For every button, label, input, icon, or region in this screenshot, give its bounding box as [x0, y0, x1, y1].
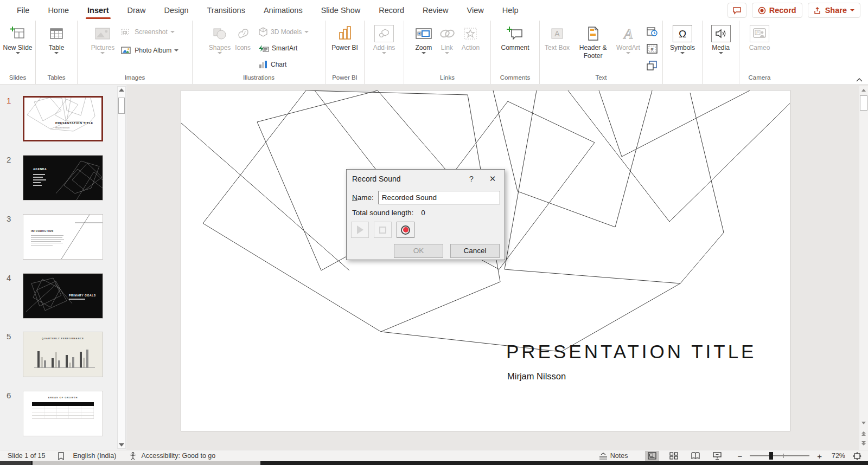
add-ins-button[interactable]: Add-ins [372, 23, 397, 55]
3d-models-button[interactable]: 3D Models [257, 25, 310, 39]
canvas-scrollbar-thumb[interactable] [860, 95, 867, 111]
thumbnail-scrollbar-thumb[interactable] [118, 98, 125, 114]
zoom-out-button[interactable]: − [737, 451, 742, 461]
ok-button[interactable]: OK [394, 244, 443, 258]
cameo-button[interactable]: P Cameo [748, 23, 772, 53]
ribbon-group-comments: Comment Comments [491, 21, 540, 84]
scroll-down-button[interactable] [859, 418, 868, 427]
zoom-slider[interactable] [750, 455, 809, 456]
record-button-label: Record [769, 6, 796, 15]
power-bi-button[interactable]: Power BI [330, 23, 360, 53]
photo-album-button[interactable]: Photo Album [119, 43, 180, 57]
slide-thumbnail-1[interactable]: PRESENTATION TITLE Mirjam Nilsson [23, 96, 103, 141]
thumbnail-subtitle-line [69, 299, 85, 300]
chevron-down-icon [719, 52, 723, 54]
record-sound-button[interactable] [397, 222, 414, 238]
media-button[interactable]: Media [710, 23, 732, 55]
slide-title-text[interactable]: PRESENTATION TITLE [506, 341, 756, 363]
slide-number-button[interactable]: # [645, 42, 659, 56]
thumbnail-scrollbar[interactable] [117, 86, 126, 449]
scroll-up-button[interactable] [859, 86, 868, 94]
slide-thumbnail-6[interactable]: AREAS OF GROWTH [23, 391, 103, 436]
chart-button[interactable]: Chart [257, 57, 310, 72]
object-button[interactable] [645, 59, 659, 73]
canvas-scrollbar[interactable] [859, 86, 868, 450]
sound-name-input[interactable] [378, 191, 500, 204]
shapes-button[interactable]: Shapes [207, 23, 233, 55]
menu-tab-review[interactable]: Review [413, 0, 458, 21]
link-icon [439, 24, 455, 43]
dialog-close-button[interactable]: ✕ [481, 174, 505, 184]
record-button[interactable]: Record [752, 3, 802, 18]
dialog-title-bar[interactable]: Record Sound ? ✕ [347, 170, 505, 188]
menu-tab-help[interactable]: Help [493, 0, 528, 21]
next-slide-button[interactable] [859, 439, 868, 448]
language-indicator[interactable]: English (India) [73, 452, 117, 460]
comments-pane-button[interactable] [727, 3, 746, 18]
wordart-button[interactable]: A WordArt [615, 23, 642, 55]
dialog-help-button[interactable]: ? [462, 175, 481, 183]
chevron-down-icon [304, 31, 309, 33]
cancel-button[interactable]: Cancel [450, 244, 500, 258]
header-footer-button[interactable]: Header & Footer [575, 23, 611, 61]
text-box-button[interactable]: A Text Box [543, 23, 571, 53]
slide-subtitle-text[interactable]: Mirjam Nilsson [507, 371, 566, 382]
menu-tab-animations[interactable]: Animations [254, 0, 312, 21]
previous-slide-button[interactable] [859, 429, 868, 438]
scroll-up-icon[interactable] [119, 88, 124, 92]
scroll-down-icon[interactable] [119, 443, 124, 447]
share-button[interactable]: Share [808, 3, 860, 18]
accessibility-status[interactable]: Accessibility: Good to go [141, 452, 215, 460]
zoom-level[interactable]: 72% [832, 452, 845, 460]
fit-slide-to-window-button[interactable] [853, 452, 861, 460]
action-button[interactable]: Action [460, 23, 481, 53]
slide-thumbnail-2[interactable]: AGENDA [23, 155, 103, 201]
menu-tab-view[interactable]: View [458, 0, 493, 21]
normal-view-button[interactable] [645, 451, 659, 461]
slide-thumbnail-3[interactable]: INTRODUCTION [23, 214, 103, 260]
new-slide-button[interactable]: New Slide [1, 23, 34, 55]
symbols-button[interactable]: Ω Symbols [668, 23, 697, 55]
menu-tab-record[interactable]: Record [369, 0, 413, 21]
screenshot-button[interactable]: Screenshot [119, 25, 180, 39]
slide-thumbnail-5[interactable]: QUARTERLY PERFORMANCE [23, 332, 103, 377]
reading-view-button[interactable] [688, 451, 703, 461]
menu-tab-file[interactable]: File [8, 0, 39, 21]
ribbon-group-slides: New Slide Slides [0, 21, 36, 84]
stop-sound-button[interactable] [374, 222, 392, 238]
slide-canvas[interactable]: PRESENTATION TITLE Mirjam Nilsson [181, 90, 790, 431]
spellcheck-icon[interactable] [58, 452, 65, 460]
menu-tab-design[interactable]: Design [155, 0, 197, 21]
pictures-button[interactable]: Pictures [90, 23, 116, 55]
header-footer-icon [586, 24, 599, 43]
link-button[interactable]: Link [437, 23, 457, 55]
smartart-button[interactable]: SmartArt [257, 41, 310, 55]
menu-tab-insert[interactable]: Insert [78, 0, 118, 21]
date-time-button[interactable] [645, 25, 659, 39]
table-icon [49, 24, 63, 43]
slide-sorter-view-button[interactable] [667, 451, 681, 461]
slide-thumbnail-4[interactable]: PRIMARY GOALS [23, 273, 103, 319]
notes-button[interactable]: Notes [599, 452, 628, 460]
zoom-button[interactable]: Zoom [413, 23, 434, 55]
menu-tab-slide-show[interactable]: Slide Show [312, 0, 370, 21]
slide-indicator[interactable]: Slide 1 of 15 [8, 452, 46, 460]
group-label-links: Links [404, 73, 490, 84]
collapse-ribbon-button[interactable] [856, 78, 863, 82]
notes-label: Notes [610, 452, 628, 460]
play-sound-button[interactable] [351, 222, 369, 238]
comment-button[interactable]: Comment [499, 23, 531, 53]
zoom-in-button[interactable]: + [817, 451, 822, 461]
icons-button[interactable]: Icons [233, 23, 252, 53]
menu-tab-draw[interactable]: Draw [118, 0, 155, 21]
accessibility-icon[interactable] [129, 452, 137, 460]
power-bi-icon [338, 24, 352, 43]
menu-tab-transitions[interactable]: Transitions [198, 0, 254, 21]
group-label-add-ins [365, 73, 404, 84]
zoom-slider-handle[interactable] [769, 452, 773, 460]
thumbnail-subtitle: Mirjam Nilsson [55, 126, 69, 129]
menu-tab-home[interactable]: Home [39, 0, 78, 21]
text-box-label: Text Box [545, 44, 570, 52]
table-button[interactable]: Table [47, 23, 66, 55]
slideshow-view-button[interactable] [710, 451, 724, 461]
